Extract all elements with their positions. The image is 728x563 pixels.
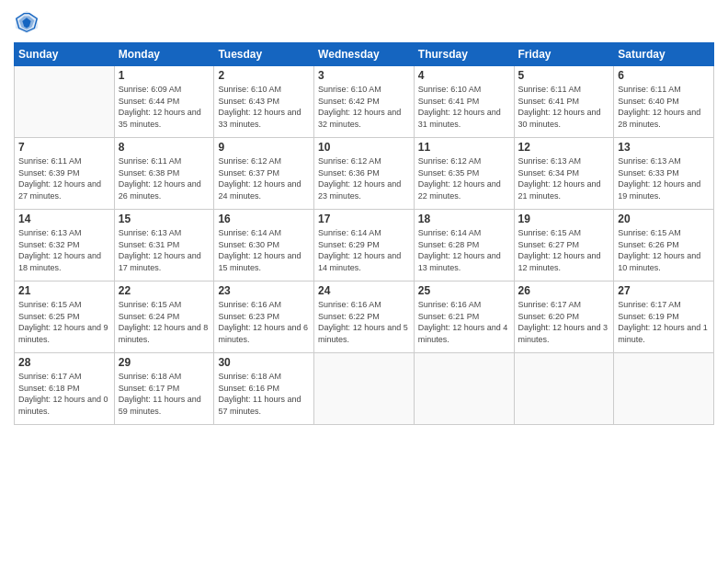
day-number: 24 [318,284,410,297]
day-number: 9 [218,141,310,154]
day-number: 17 [318,213,410,225]
logo [14,9,43,35]
day-cell: 5Sunrise: 6:11 AM Sunset: 6:41 PM Daylig… [514,66,614,138]
day-cell: 25Sunrise: 6:16 AM Sunset: 6:21 PM Dayli… [414,282,514,353]
day-info: Sunrise: 6:13 AM Sunset: 6:34 PM Dayligh… [518,155,610,201]
day-info: Sunrise: 6:13 AM Sunset: 6:32 PM Dayligh… [18,227,110,273]
day-number: 23 [218,284,310,297]
day-cell: 3Sunrise: 6:10 AM Sunset: 6:42 PM Daylig… [314,66,415,138]
day-info: Sunrise: 6:12 AM Sunset: 6:35 PM Dayligh… [418,155,510,201]
header-monday: Monday [114,43,214,66]
day-number: 22 [119,284,210,297]
day-cell: 7Sunrise: 6:11 AM Sunset: 6:39 PM Daylig… [15,138,115,210]
page: SundayMondayTuesdayWednesdayThursdayFrid… [0,0,728,563]
calendar-table: SundayMondayTuesdayWednesdayThursdayFrid… [14,42,714,425]
day-cell: 16Sunrise: 6:14 AM Sunset: 6:30 PM Dayli… [214,210,314,282]
day-info: Sunrise: 6:10 AM Sunset: 6:41 PM Dayligh… [418,84,510,130]
week-row-2: 14Sunrise: 6:13 AM Sunset: 6:32 PM Dayli… [15,210,714,282]
day-info: Sunrise: 6:15 AM Sunset: 6:24 PM Dayligh… [119,299,210,345]
day-info: Sunrise: 6:10 AM Sunset: 6:43 PM Dayligh… [218,84,310,130]
day-info: Sunrise: 6:16 AM Sunset: 6:23 PM Dayligh… [218,299,310,345]
day-cell: 21Sunrise: 6:15 AM Sunset: 6:25 PM Dayli… [15,282,115,353]
day-cell: 17Sunrise: 6:14 AM Sunset: 6:29 PM Dayli… [314,210,415,282]
header-saturday: Saturday [614,43,714,66]
day-cell: 9Sunrise: 6:12 AM Sunset: 6:37 PM Daylig… [214,138,314,210]
day-number: 4 [418,69,510,82]
day-cell: 27Sunrise: 6:17 AM Sunset: 6:19 PM Dayli… [614,282,714,353]
day-number: 14 [18,213,110,225]
day-info: Sunrise: 6:12 AM Sunset: 6:36 PM Dayligh… [318,155,410,201]
day-number: 5 [518,69,610,82]
day-number: 15 [119,213,210,225]
day-info: Sunrise: 6:13 AM Sunset: 6:31 PM Dayligh… [119,227,210,273]
day-info: Sunrise: 6:14 AM Sunset: 6:29 PM Dayligh… [318,227,410,273]
day-cell [314,353,415,425]
day-cell: 4Sunrise: 6:10 AM Sunset: 6:41 PM Daylig… [414,66,514,138]
day-info: Sunrise: 6:18 AM Sunset: 6:16 PM Dayligh… [218,371,310,417]
day-cell: 8Sunrise: 6:11 AM Sunset: 6:38 PM Daylig… [114,138,214,210]
day-info: Sunrise: 6:14 AM Sunset: 6:28 PM Dayligh… [418,227,510,273]
header-thursday: Thursday [414,43,514,66]
day-info: Sunrise: 6:18 AM Sunset: 6:17 PM Dayligh… [119,371,210,417]
week-row-4: 28Sunrise: 6:17 AM Sunset: 6:18 PM Dayli… [15,353,714,425]
day-number: 7 [18,141,110,154]
day-number: 3 [318,69,410,82]
day-cell: 26Sunrise: 6:17 AM Sunset: 6:20 PM Dayli… [514,282,614,353]
day-number: 6 [618,69,710,82]
day-number: 16 [218,213,310,225]
day-cell: 15Sunrise: 6:13 AM Sunset: 6:31 PM Dayli… [114,210,214,282]
logo-icon [14,9,40,35]
day-cell [15,66,115,138]
day-number: 28 [18,356,110,369]
day-cell: 30Sunrise: 6:18 AM Sunset: 6:16 PM Dayli… [214,353,314,425]
day-cell: 18Sunrise: 6:14 AM Sunset: 6:28 PM Dayli… [414,210,514,282]
day-info: Sunrise: 6:15 AM Sunset: 6:27 PM Dayligh… [518,227,610,273]
day-number: 21 [18,284,110,297]
day-cell: 11Sunrise: 6:12 AM Sunset: 6:35 PM Dayli… [414,138,514,210]
day-number: 19 [518,213,610,225]
day-info: Sunrise: 6:13 AM Sunset: 6:33 PM Dayligh… [618,155,710,201]
day-number: 26 [518,284,610,297]
day-number: 20 [618,213,710,225]
calendar-header-row: SundayMondayTuesdayWednesdayThursdayFrid… [15,43,714,66]
day-cell: 12Sunrise: 6:13 AM Sunset: 6:34 PM Dayli… [514,138,614,210]
week-row-0: 1Sunrise: 6:09 AM Sunset: 6:44 PM Daylig… [15,66,714,138]
week-row-1: 7Sunrise: 6:11 AM Sunset: 6:39 PM Daylig… [15,138,714,210]
header-tuesday: Tuesday [214,43,314,66]
day-info: Sunrise: 6:11 AM Sunset: 6:41 PM Dayligh… [518,84,610,130]
day-info: Sunrise: 6:17 AM Sunset: 6:18 PM Dayligh… [18,371,110,417]
day-cell: 10Sunrise: 6:12 AM Sunset: 6:36 PM Dayli… [314,138,415,210]
day-number: 25 [418,284,510,297]
day-cell: 23Sunrise: 6:16 AM Sunset: 6:23 PM Dayli… [214,282,314,353]
day-cell: 22Sunrise: 6:15 AM Sunset: 6:24 PM Dayli… [114,282,214,353]
day-info: Sunrise: 6:15 AM Sunset: 6:25 PM Dayligh… [18,299,110,345]
day-info: Sunrise: 6:10 AM Sunset: 6:42 PM Dayligh… [318,84,410,130]
day-number: 8 [119,141,210,154]
day-cell: 2Sunrise: 6:10 AM Sunset: 6:43 PM Daylig… [214,66,314,138]
day-info: Sunrise: 6:16 AM Sunset: 6:21 PM Dayligh… [418,299,510,345]
day-info: Sunrise: 6:14 AM Sunset: 6:30 PM Dayligh… [218,227,310,273]
day-info: Sunrise: 6:11 AM Sunset: 6:39 PM Dayligh… [18,155,110,201]
header [14,9,714,35]
day-info: Sunrise: 6:11 AM Sunset: 6:40 PM Dayligh… [618,84,710,130]
day-number: 2 [218,69,310,82]
day-info: Sunrise: 6:09 AM Sunset: 6:44 PM Dayligh… [119,84,210,130]
day-number: 30 [218,356,310,369]
day-cell [414,353,514,425]
day-cell: 6Sunrise: 6:11 AM Sunset: 6:40 PM Daylig… [614,66,714,138]
day-cell: 19Sunrise: 6:15 AM Sunset: 6:27 PM Dayli… [514,210,614,282]
day-number: 1 [119,69,210,82]
day-cell: 29Sunrise: 6:18 AM Sunset: 6:17 PM Dayli… [114,353,214,425]
day-number: 10 [318,141,410,154]
day-number: 12 [518,141,610,154]
day-cell: 13Sunrise: 6:13 AM Sunset: 6:33 PM Dayli… [614,138,714,210]
day-number: 29 [119,356,210,369]
day-number: 13 [618,141,710,154]
day-number: 11 [418,141,510,154]
day-number: 18 [418,213,510,225]
day-info: Sunrise: 6:17 AM Sunset: 6:19 PM Dayligh… [618,299,710,345]
day-cell: 20Sunrise: 6:15 AM Sunset: 6:26 PM Dayli… [614,210,714,282]
day-cell [514,353,614,425]
day-info: Sunrise: 6:17 AM Sunset: 6:20 PM Dayligh… [518,299,610,345]
header-friday: Friday [514,43,614,66]
